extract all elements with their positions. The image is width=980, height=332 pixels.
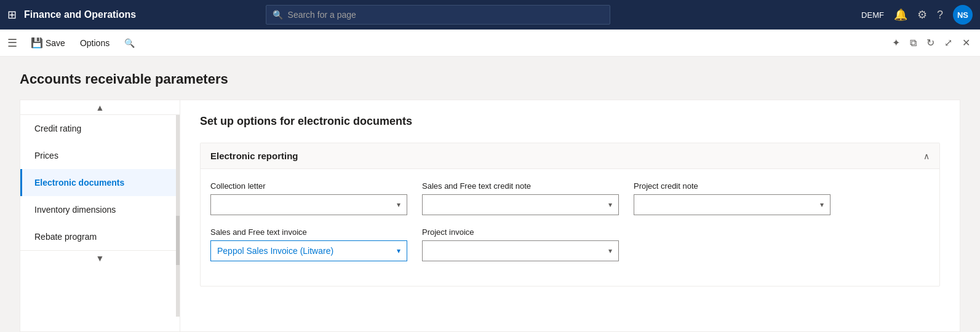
notification-icon[interactable]: 🔔 [894,8,907,22]
form-group-collection-letter: Collection letter ▾ [210,181,407,215]
form-group-sales-free-text-invoice: Sales and Free text invoice Peppol Sales… [210,227,407,261]
label-sales-free-text-invoice: Sales and Free text invoice [210,227,407,237]
app-title: Finance and Operations [24,9,136,20]
options-button[interactable]: Options [74,34,116,52]
form-group-project-invoice: Project invoice ▾ [422,227,619,261]
command-bar: ☰ 💾 Save Options 🔍 ✦ ⧉ ↻ ⤢ ✕ [0,30,980,57]
search-icon: 🔍 [273,10,283,20]
label-sales-free-text-credit-note: Sales and Free text credit note [422,181,619,191]
chevron-down-icon: ▾ [820,200,824,209]
cmd-bar-right: ✦ ⧉ ↻ ⤢ ✕ [890,34,973,51]
label-project-credit-note: Project credit note [634,181,831,191]
nav-scroll-up[interactable]: ▲ [20,100,180,115]
sidebar-item-rebate-program[interactable]: Rebate program [20,223,180,250]
select-project-invoice[interactable]: ▾ [422,240,619,261]
top-nav-right: DEMF 🔔 ⚙ ? NS [861,5,973,25]
close-icon[interactable]: ✕ [960,34,973,51]
er-section-title: Electronic reporting [210,151,298,161]
hamburger-icon[interactable]: ☰ [7,36,17,50]
open-in-new-icon[interactable]: ⧉ [907,35,919,51]
grid-icon[interactable]: ⊞ [7,8,17,22]
company-selector[interactable]: DEMF [861,10,884,20]
chevron-down-icon: ▾ [397,200,400,209]
select-collection-letter[interactable]: ▾ [210,194,407,215]
chevron-down-icon: ▾ [397,247,400,255]
refresh-icon[interactable]: ↻ [924,34,937,51]
sidebar-item-prices[interactable]: Prices [20,142,180,169]
er-section: Electronic reporting ∧ Collection letter… [200,143,940,287]
user-avatar[interactable]: NS [953,5,973,25]
page-title: Accounts receivable parameters [20,71,960,87]
er-section-collapse-icon: ∧ [923,151,930,161]
er-section-header[interactable]: Electronic reporting ∧ [201,143,939,169]
label-project-invoice: Project invoice [422,227,619,237]
personalize-icon[interactable]: ✦ [890,34,902,51]
sidebar-item-electronic-documents[interactable]: Electronic documents [20,169,180,196]
content-panel: Set up options for electronic documents … [180,100,960,331]
save-button[interactable]: 💾 Save [25,33,71,52]
er-section-body: Collection letter ▾ Sales and Free text … [201,169,939,286]
chevron-down-icon: ▾ [608,200,612,209]
label-collection-letter: Collection letter [210,181,407,191]
form-group-project-credit-note: Project credit note ▾ [634,181,831,215]
select-project-credit-note[interactable]: ▾ [634,194,831,215]
main-area: ▲ Credit rating Prices Electronic docume… [20,100,960,332]
form-row-1: Collection letter ▾ Sales and Free text … [210,181,930,215]
form-row-2: Sales and Free text invoice Peppol Sales… [210,227,930,261]
select-sales-free-text-invoice[interactable]: Peppol Sales Invoice (Litware) ▾ [210,240,407,261]
select-sales-free-text-credit-note[interactable]: ▾ [422,194,619,215]
content-section-header: Set up options for electronic documents [200,115,940,128]
search-placeholder: Search for a page [288,10,356,20]
nav-scrollbar-thumb [176,216,180,265]
sidebar-item-inventory-dimensions[interactable]: Inventory dimensions [20,196,180,223]
sidebar-item-credit-rating[interactable]: Credit rating [20,115,180,142]
nav-panel: ▲ Credit rating Prices Electronic docume… [20,100,180,331]
nav-scroll-down[interactable]: ▼ [20,250,180,265]
select-sales-free-text-invoice-value: Peppol Sales Invoice (Litware) [217,246,333,256]
form-group-sales-free-text-credit-note: Sales and Free text credit note ▾ [422,181,619,215]
settings-icon[interactable]: ⚙ [917,8,927,22]
nav-scrollbar [176,115,180,317]
help-icon[interactable]: ? [937,9,943,22]
popout-icon[interactable]: ⤢ [942,34,955,51]
page-container: Accounts receivable parameters ▲ Credit … [0,57,980,332]
save-icon: 💾 [31,37,43,49]
search-bar[interactable]: 🔍 Search for a page [266,5,610,25]
top-navigation: ⊞ Finance and Operations 🔍 Search for a … [0,0,980,30]
chevron-down-icon: ▾ [608,247,612,255]
search-cmd-icon[interactable]: 🔍 [118,34,141,52]
